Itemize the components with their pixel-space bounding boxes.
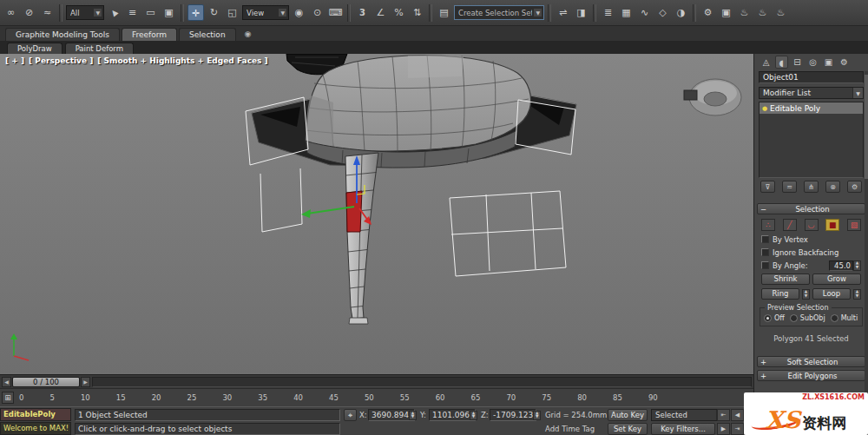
stack-item-editable-poly[interactable]: ● Editable Poly: [760, 102, 863, 114]
time-slider-left-arrow[interactable]: ◀: [2, 377, 11, 387]
border-mode-icon[interactable]: ◡: [805, 219, 819, 231]
select-object-icon[interactable]: ▲: [102, 1, 126, 24]
selection-set-dropdown[interactable]: Selected ▼: [651, 409, 727, 421]
ribbon-tab-graphite[interactable]: Graphite Modeling Tools: [5, 28, 120, 41]
previous-frame-button[interactable]: ◀: [731, 409, 744, 421]
auto-key-button[interactable]: Auto Key: [608, 409, 648, 421]
y-spinner[interactable]: [470, 411, 477, 420]
selected-polygon[interactable]: [346, 191, 362, 232]
mirror-icon[interactable]: ⇌: [555, 4, 571, 21]
shrink-button[interactable]: Shrink: [761, 274, 810, 285]
edit-named-selection-sets-icon[interactable]: ▤: [436, 4, 452, 21]
configure-modifier-sets-button[interactable]: ⚙: [847, 181, 862, 193]
grow-button[interactable]: Grow: [812, 274, 861, 285]
dropdown-arrow-icon[interactable]: ▼: [534, 9, 542, 16]
select-and-rotate-icon[interactable]: ↻: [206, 4, 222, 21]
ring-button[interactable]: Ring: [761, 288, 799, 300]
dropdown-arrow-icon[interactable]: ▼: [279, 9, 286, 16]
viewport-menu-general[interactable]: [ + ]: [5, 56, 24, 65]
key-filters-button[interactable]: Key Filters...: [651, 423, 715, 435]
window-crossing-toggle-icon[interactable]: ▣: [161, 4, 177, 21]
time-slider[interactable]: ◀ 0 / 100 ▶: [0, 374, 753, 388]
select-and-manipulate-icon[interactable]: ⊙: [309, 4, 326, 21]
set-key-button[interactable]: Set Key: [608, 423, 648, 435]
time-slider-right-arrow[interactable]: ▶: [81, 377, 90, 387]
modify-tab[interactable]: ◖: [775, 56, 788, 69]
selection-rollout-header[interactable]: − Selection: [757, 203, 865, 214]
named-selection-set-combobox[interactable]: Create Selection Set▼: [454, 5, 544, 20]
object-name-field[interactable]: Object01: [759, 71, 864, 83]
maxscript-listener-line[interactable]: Welcome to MAX!: [0, 422, 71, 435]
edit-polygons-rollout-header[interactable]: + Edit Polygons: [757, 370, 865, 381]
radio-icon[interactable]: [764, 314, 772, 322]
panel-scrollbar[interactable]: [865, 71, 868, 400]
y-coordinate-field[interactable]: 1101.096: [429, 409, 476, 421]
display-tab[interactable]: ▣: [822, 56, 835, 69]
radio-icon[interactable]: [831, 314, 838, 322]
graphite-ribbon-toggle-icon[interactable]: ▦: [618, 4, 635, 21]
dropdown-arrow-icon[interactable]: ▼: [852, 88, 863, 98]
reference-coordinate-dropdown[interactable]: View▼: [242, 5, 289, 20]
select-and-scale-icon[interactable]: ◱: [224, 4, 240, 21]
bind-to-space-warp-icon[interactable]: ≈: [39, 4, 56, 21]
x-spinner[interactable]: [409, 411, 417, 420]
selection-filter-dropdown[interactable]: All▼: [66, 5, 104, 20]
ignore-backfacing-checkbox[interactable]: [761, 248, 769, 256]
z-coordinate-field[interactable]: -1709.123: [490, 409, 536, 421]
soft-selection-rollout-header[interactable]: + Soft Selection: [757, 356, 865, 367]
ribbon-panel-polydraw[interactable]: PolyDraw: [7, 43, 62, 54]
pin-stack-button[interactable]: ⊽: [760, 181, 775, 193]
by-angle-spinner[interactable]: [853, 260, 861, 271]
angle-snap-icon[interactable]: ∠: [372, 4, 389, 21]
mini-curve-editor-button[interactable]: ⊞: [2, 392, 14, 404]
absolute-mode-toggle[interactable]: ⌖: [344, 409, 357, 421]
by-angle-checkbox[interactable]: [761, 261, 769, 269]
preview-off-radio[interactable]: Off: [764, 314, 785, 322]
select-and-move-icon[interactable]: ✛: [187, 4, 204, 21]
snaps-toggle-icon[interactable]: 3: [354, 4, 371, 21]
render-quick-icon[interactable]: ♨: [773, 4, 789, 21]
dropdown-arrow-icon[interactable]: ▼: [94, 9, 102, 16]
show-end-result-button[interactable]: ≂: [782, 181, 797, 193]
radio-icon[interactable]: [790, 314, 798, 322]
ribbon-options-icon[interactable]: ◉: [245, 28, 252, 41]
remove-modifier-button[interactable]: ⊗: [825, 181, 840, 193]
preview-subobj-radio[interactable]: SubObj: [790, 314, 825, 322]
create-tab[interactable]: ◬: [760, 56, 773, 69]
element-mode-icon[interactable]: ▧: [847, 219, 861, 231]
hierarchy-tab[interactable]: ⊟: [791, 56, 804, 69]
ribbon-tab-selection[interactable]: Selection: [179, 28, 235, 41]
schematic-view-icon[interactable]: ◇: [654, 4, 671, 21]
perspective-viewport[interactable]: [ + ] [ Perspective ] [ Smooth + Highlig…: [0, 54, 753, 374]
rendered-frame-window-icon[interactable]: ▣: [718, 4, 734, 21]
time-slider-handle[interactable]: 0 / 100: [12, 377, 80, 387]
by-vertex-checkbox[interactable]: [761, 235, 769, 243]
viewport-menu-shading[interactable]: [ Smooth + Highlights + Edged Faces ]: [97, 56, 267, 65]
material-editor-icon[interactable]: ◑: [673, 4, 689, 21]
macro-recorder-line[interactable]: EditablePoly: [0, 408, 71, 421]
polygon-mode-icon[interactable]: ■: [825, 219, 839, 231]
by-angle-input[interactable]: 45.0: [829, 260, 853, 271]
preview-multi-radio[interactable]: Multi: [831, 314, 858, 322]
z-spinner[interactable]: [533, 411, 541, 420]
ring-spinner[interactable]: [802, 289, 810, 300]
ribbon-tab-freeform[interactable]: Freeform: [122, 28, 177, 41]
motion-tab[interactable]: ◎: [806, 56, 819, 69]
percent-snap-icon[interactable]: %: [391, 4, 407, 21]
align-icon[interactable]: ◨: [573, 4, 589, 21]
vertex-mode-icon[interactable]: ∴: [761, 219, 775, 231]
keyboard-shortcut-override-icon[interactable]: ⌨: [327, 4, 344, 21]
utilities-tab[interactable]: ⚙: [838, 56, 851, 69]
spinner-snap-icon[interactable]: ⇅: [409, 4, 425, 21]
loop-spinner[interactable]: [853, 289, 861, 300]
layer-manager-icon[interactable]: ≣: [600, 4, 616, 21]
edge-mode-icon[interactable]: ╱: [783, 219, 797, 231]
go-to-end-button[interactable]: ⇥: [731, 423, 744, 435]
rectangular-selection-region-icon[interactable]: ▭: [142, 4, 159, 21]
select-by-name-icon[interactable]: ≡: [124, 4, 141, 21]
select-and-link-icon[interactable]: ∞: [3, 4, 19, 21]
viewport-menu-pov[interactable]: [ Perspective ]: [29, 56, 93, 65]
render-production-icon[interactable]: ♨: [736, 4, 753, 21]
go-to-start-button[interactable]: ⇤: [717, 409, 730, 421]
play-button[interactable]: ▶: [717, 423, 730, 435]
